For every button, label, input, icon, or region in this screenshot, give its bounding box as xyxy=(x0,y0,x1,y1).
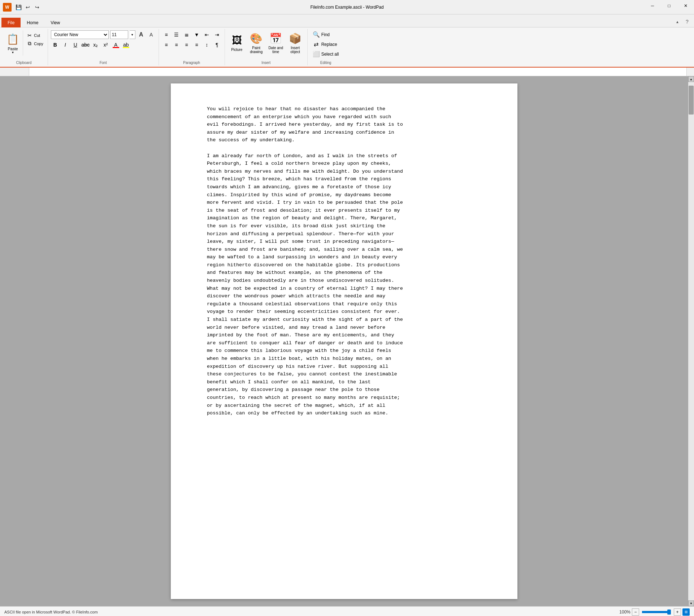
paragraph-group: ≡ ☰ ≣ ▼ ⇤ ⇥ ≡ ≡ ≡ ≡ ↕ ¶ Paragraph xyxy=(159,29,225,65)
list-bullet-button[interactable]: ☰ xyxy=(172,30,181,39)
indent-decrease-button[interactable]: ⇤ xyxy=(202,30,212,39)
scroll-thumb[interactable] xyxy=(689,86,694,115)
zoom-slider-fill xyxy=(642,611,671,613)
clipboard-group: 📋 Paste ▼ ✂ Cut ⧉ Copy Clipboard xyxy=(0,29,48,65)
list-dropdown-button[interactable]: ▼ xyxy=(192,30,201,39)
font-size-dropdown[interactable]: ▼ xyxy=(130,30,135,39)
font-group-label: Font xyxy=(48,61,159,65)
zoom-out-button[interactable]: − xyxy=(632,608,639,616)
scroll-track[interactable] xyxy=(688,82,694,600)
title-bar: W 💾 ↩ ↪ FileInfo.com Example.ascii - Wor… xyxy=(0,0,694,14)
insert-group: 🖼 Picture 🎨 Paint drawing 📅 Date and tim… xyxy=(225,29,308,65)
ribbon-body: 📋 Paste ▼ ✂ Cut ⧉ Copy Clipboard Cou xyxy=(0,27,694,68)
help-button[interactable]: ? xyxy=(682,16,693,27)
vertical-scrollbar: ▲ ▼ xyxy=(688,76,694,606)
zoom-in-button[interactable]: + xyxy=(674,608,681,616)
close-button[interactable]: ✕ xyxy=(677,0,694,12)
find-label: Find xyxy=(321,32,330,37)
font-color-button[interactable]: A xyxy=(112,40,120,49)
list-style-row: ≡ ☰ ≣ ▼ ⇤ ⇥ xyxy=(162,30,222,39)
bold-button[interactable]: B xyxy=(51,40,60,49)
paragraph-btn[interactable]: ¶ xyxy=(212,40,222,49)
insert-paint-button[interactable]: 🎨 Paint drawing xyxy=(247,30,265,56)
list-none-button[interactable]: ≡ xyxy=(162,30,171,39)
insert-picture-label: Picture xyxy=(231,48,242,52)
ribbon-collapse-btn[interactable]: ▲ xyxy=(673,16,682,27)
align-left-button[interactable]: ≡ xyxy=(162,40,171,49)
insert-datetime-label: Date and time xyxy=(268,46,283,54)
italic-button[interactable]: I xyxy=(61,40,70,49)
scroll-down-button[interactable]: ▼ xyxy=(688,600,694,606)
copy-label: Copy xyxy=(34,42,43,46)
zoom-expand-button[interactable]: ⊞ xyxy=(682,608,690,616)
document-area[interactable]: You will rejoice to hear that no disaste… xyxy=(0,76,688,606)
app-icon: W xyxy=(3,3,12,12)
document-page: You will rejoice to hear that no disaste… xyxy=(171,83,517,599)
paste-dropdown-icon: ▼ xyxy=(12,51,14,54)
cut-label: Cut xyxy=(34,33,40,38)
tab-file[interactable]: File xyxy=(1,18,21,27)
align-row: ≡ ≡ ≡ ≡ ↕ ¶ xyxy=(162,40,222,49)
window-controls: ─ □ ✕ xyxy=(644,0,694,12)
insert-object-label: Insert object xyxy=(290,46,300,54)
copy-icon: ⧉ xyxy=(27,40,32,47)
object-icon: 📦 xyxy=(289,33,302,44)
redo-quick-btn[interactable]: ↪ xyxy=(33,3,41,11)
paint-icon: 🎨 xyxy=(250,33,263,44)
clipboard-group-label: Clipboard xyxy=(0,61,48,65)
underline-button[interactable]: U xyxy=(71,40,80,49)
list-number-button[interactable]: ≣ xyxy=(182,30,191,39)
font-shrink-button[interactable]: A xyxy=(147,30,156,39)
select-all-button[interactable]: ⬜ Select all xyxy=(311,50,341,58)
scroll-up-button[interactable]: ▲ xyxy=(688,76,694,82)
insert-picture-button[interactable]: 🖼 Picture xyxy=(228,30,246,56)
tab-view[interactable]: View xyxy=(44,18,66,27)
line-spacing-button[interactable]: ↕ xyxy=(202,40,212,49)
indent-increase-button[interactable]: ⇥ xyxy=(212,30,222,39)
insert-group-label: Insert xyxy=(225,61,307,65)
cut-copy-buttons: ✂ Cut ⧉ Copy xyxy=(25,30,45,47)
editing-group: 🔍 Find ⇄ Replace ⬜ Select all Editing xyxy=(308,29,344,65)
insert-paint-label: Paint drawing xyxy=(250,46,263,54)
tab-home[interactable]: Home xyxy=(21,18,44,27)
align-right-button[interactable]: ≡ xyxy=(182,40,191,49)
main-area: You will rejoice to hear that no disaste… xyxy=(0,76,694,606)
paste-button[interactable]: 📋 Paste ▼ xyxy=(3,30,23,56)
font-size-input[interactable] xyxy=(110,30,128,39)
highlight-button[interactable]: ab xyxy=(122,40,130,49)
maximize-button[interactable]: □ xyxy=(661,0,677,12)
subscript-button[interactable]: x₂ xyxy=(91,40,100,49)
paragraph-group-label: Paragraph xyxy=(159,61,225,65)
font-name-row: Courier New ▼ A A xyxy=(51,30,156,39)
insert-object-button[interactable]: 📦 Insert object xyxy=(286,30,304,56)
font-color-bar xyxy=(113,47,119,48)
save-quick-btn[interactable]: 💾 xyxy=(14,3,22,11)
replace-button[interactable]: ⇄ Replace xyxy=(311,40,339,48)
replace-icon: ⇄ xyxy=(313,41,320,48)
font-style-row: B I U abc x₂ x² A ab xyxy=(51,40,130,49)
zoom-level: 100% xyxy=(619,609,630,615)
zoom-slider-thumb[interactable] xyxy=(667,609,671,615)
picture-icon: 🖼 xyxy=(232,34,242,46)
undo-quick-btn[interactable]: ↩ xyxy=(24,3,32,11)
datetime-icon: 📅 xyxy=(269,33,282,44)
document-text[interactable]: You will rejoice to hear that no disaste… xyxy=(207,105,481,417)
font-name-select[interactable]: Courier New xyxy=(51,30,109,39)
copy-button[interactable]: ⧉ Copy xyxy=(25,40,45,47)
strikethrough-button[interactable]: abc xyxy=(81,40,90,49)
align-center-button[interactable]: ≡ xyxy=(172,40,181,49)
find-button[interactable]: 🔍 Find xyxy=(311,30,332,39)
zoom-slider[interactable] xyxy=(642,611,671,613)
insert-datetime-button[interactable]: 📅 Date and time xyxy=(267,30,285,56)
superscript-button[interactable]: x² xyxy=(101,40,110,49)
align-justify-button[interactable]: ≡ xyxy=(192,40,201,49)
editing-group-label: Editing xyxy=(308,61,344,65)
minimize-button[interactable]: ─ xyxy=(644,0,661,12)
ruler xyxy=(0,68,694,76)
ribbon-controls: ▲ ? xyxy=(673,16,694,27)
status-text: ASCII file open in Microsoft WordPad. © … xyxy=(4,610,619,614)
select-all-icon: ⬜ xyxy=(313,51,320,57)
paste-icon: 📋 xyxy=(6,32,19,47)
font-grow-button[interactable]: A xyxy=(137,30,146,39)
cut-button[interactable]: ✂ Cut xyxy=(25,32,45,39)
